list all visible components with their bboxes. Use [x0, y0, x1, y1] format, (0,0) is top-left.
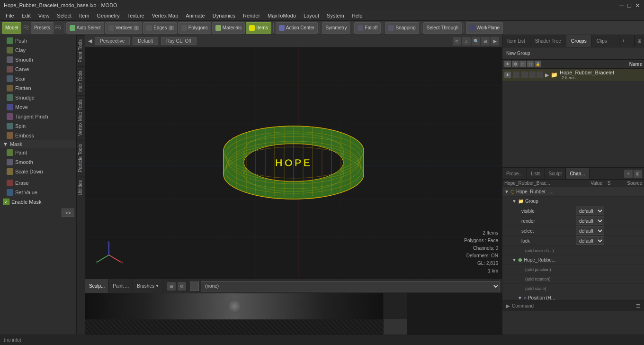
model-mode-button[interactable]: Model	[2, 22, 21, 34]
lock-icon[interactable]: 🔒	[535, 61, 541, 67]
brush-dropdown[interactable]: (none)	[201, 281, 500, 291]
group-expand-arrow[interactable]: ▶	[545, 72, 549, 78]
menu-geometry[interactable]: Geometry	[93, 10, 123, 20]
menu-dynamics[interactable]: Dynamics	[209, 10, 239, 20]
chan-visible-select[interactable]: default	[576, 207, 604, 215]
item-list-tab[interactable]: Item List	[502, 35, 530, 47]
expand-button[interactable]: >>	[62, 209, 74, 217]
brushes-tab[interactable]: Brushes ▼	[133, 279, 163, 293]
lists-tab[interactable]: Lists	[527, 168, 545, 179]
tool-smudge[interactable]: Smudge	[0, 93, 76, 102]
viewport-tab-raygl[interactable]: Ray GL: Off	[161, 37, 197, 45]
select-through-button[interactable]: Select Through	[423, 22, 462, 34]
render-toggle[interactable]	[513, 72, 519, 78]
tool-clay[interactable]: Clay	[0, 45, 76, 55]
snapping-button[interactable]: Snapping	[385, 22, 419, 34]
viewport-nav-back[interactable]: ◀	[88, 38, 92, 44]
menu-help[interactable]: Help	[348, 10, 367, 20]
mask-section-header[interactable]: ▼ Mask	[0, 140, 76, 148]
viewport-tab-default[interactable]: Default	[133, 37, 158, 45]
sculpt-tab[interactable]: Sculp...	[85, 279, 109, 293]
lock-toggle[interactable]	[537, 72, 543, 78]
tool-scale-down[interactable]: Scale Down	[0, 167, 76, 176]
menu-render[interactable]: Render	[239, 10, 264, 20]
symmetry-button[interactable]: Symmetry	[322, 22, 350, 34]
chan-add-icon[interactable]: +	[624, 170, 633, 178]
chan-group-expand[interactable]: ▼	[512, 199, 517, 204]
menu-vertex-map[interactable]: Vertex Map	[148, 10, 182, 20]
tool-scar[interactable]: Scar	[0, 74, 76, 83]
tool-carve[interactable]: Carve	[0, 64, 76, 74]
tool-set-value[interactable]: Set Value	[0, 188, 76, 197]
menu-select[interactable]: Select	[53, 10, 75, 20]
shader-tree-tab[interactable]: Shader Tree	[530, 35, 566, 47]
clips-tab[interactable]: Clips	[592, 35, 612, 47]
menu-texture[interactable]: Texture	[124, 10, 148, 20]
chan-expand-icon[interactable]: ⊞	[634, 170, 642, 178]
chan-add-user-link[interactable]: (add user ch...)	[518, 248, 554, 253]
menu-edit[interactable]: Edit	[18, 10, 35, 20]
materials-button[interactable]: Materials	[212, 22, 245, 34]
anim-icon[interactable]: □	[527, 61, 534, 67]
chan-render-select[interactable]: default	[576, 217, 604, 225]
tool-spin[interactable]: Spin	[0, 121, 76, 131]
add-panel-btn[interactable]: +	[619, 35, 628, 47]
properties-tab[interactable]: Prope...	[502, 168, 527, 179]
gear-icon[interactable]: ⚙	[512, 61, 519, 67]
hair-tools-tab[interactable]: Hair Tools	[77, 66, 85, 95]
workplane-button[interactable]: WorkPlane	[466, 22, 503, 34]
action-center-button[interactable]: Action Center	[276, 22, 318, 34]
viewport-icon-rotate[interactable]: ↻	[453, 37, 461, 45]
particle-tools-tab[interactable]: Particle Tools	[77, 140, 85, 176]
tool-smooth-1[interactable]: Smooth	[0, 55, 76, 64]
group-row-hope[interactable]: 👁 ▶ 📁 Hope_Rubber_Bracelet 2 Items	[502, 69, 644, 82]
items-button[interactable]: Items	[246, 22, 271, 34]
viewport-icon-expand[interactable]: ⊞	[481, 37, 490, 45]
tool-erase[interactable]: Erase	[0, 178, 76, 188]
eye-icon[interactable]: 👁	[504, 61, 511, 67]
menu-file[interactable]: File	[2, 10, 18, 20]
bottom-settings-icon[interactable]: ⚙	[178, 282, 186, 291]
viewport-icon-nav[interactable]: ▶	[491, 37, 499, 45]
tool-emboss[interactable]: Emboss	[0, 131, 76, 140]
extra-toggle[interactable]	[529, 72, 536, 78]
minimize-button[interactable]: ─	[619, 2, 624, 9]
presets-button[interactable]: Presets	[31, 22, 54, 34]
auto-select-button[interactable]: Auto Select	[66, 22, 104, 34]
chan-select-select[interactable]: default	[576, 227, 604, 235]
chan-lock-select[interactable]: default	[576, 236, 604, 245]
menu-maxtomodo[interactable]: MaxToModo	[264, 10, 300, 20]
viewport-icon-search[interactable]: 🔍	[472, 37, 480, 45]
render-icon[interactable]: □	[519, 61, 526, 67]
chan-add-position-link[interactable]: (add position)	[518, 267, 551, 272]
menu-layout[interactable]: Layout	[300, 10, 323, 20]
vertex-map-tools-tab[interactable]: Vertex Map Tools	[77, 95, 85, 140]
chan-hope-expand[interactable]: ▼	[504, 189, 509, 194]
tool-flatten[interactable]: Flatten	[0, 83, 76, 93]
chan-add-rotation-link[interactable]: (add rotation)	[518, 277, 551, 281]
menu-system[interactable]: System	[323, 10, 348, 20]
bottom-expand-icon[interactable]: ⊞	[167, 282, 176, 291]
close-button[interactable]: ✕	[635, 2, 640, 9]
polygons-button[interactable]: Polygons	[178, 22, 211, 34]
menu-item[interactable]: Item	[75, 10, 93, 20]
paint-tools-tab[interactable]: Paint Tools	[77, 35, 85, 66]
menu-animate[interactable]: Animate	[182, 10, 208, 20]
tool-push[interactable]: Push	[0, 36, 76, 45]
channels-tab[interactable]: Chan...	[566, 168, 589, 179]
sculpt-chan-tab[interactable]: Sculpt	[545, 168, 566, 179]
chan-add-scale-link[interactable]: (add scale)	[518, 286, 546, 291]
tool-smooth-2[interactable]: Smooth	[0, 157, 76, 167]
chan-mesh-expand[interactable]: ▼	[512, 257, 517, 263]
maximize-button[interactable]: □	[627, 2, 631, 9]
enable-mask-checkbox[interactable]: ✓ Enable Mask	[0, 197, 76, 207]
vertices-button[interactable]: Vertices 1	[105, 22, 143, 34]
anim-toggle[interactable]	[521, 72, 528, 78]
expand-panel-btn[interactable]: ⊞	[634, 35, 644, 47]
viewport-tab-perspective[interactable]: Perspective	[95, 37, 130, 45]
visibility-icon[interactable]: 👁	[504, 72, 511, 78]
chan-pos-expand[interactable]: ▼	[518, 295, 522, 300]
tool-move[interactable]: Move	[0, 102, 76, 112]
tool-tangent-pinch[interactable]: Tangent Pinch	[0, 112, 76, 121]
menu-view[interactable]: View	[35, 10, 54, 20]
